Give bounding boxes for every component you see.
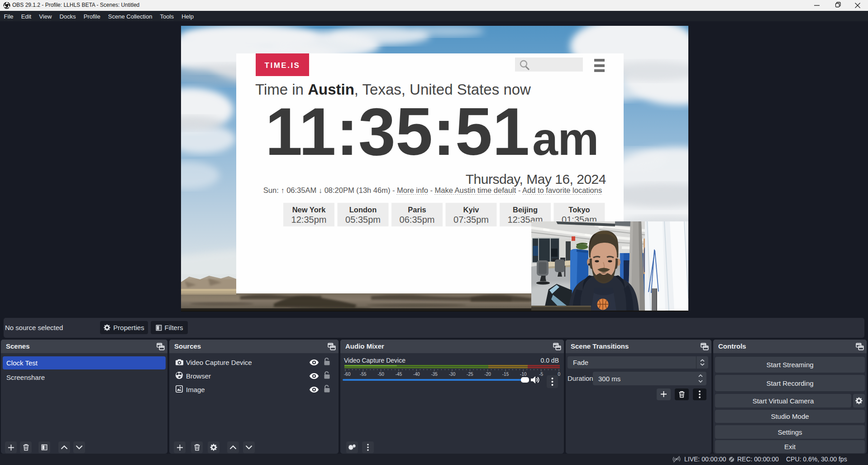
- svg-text:-45: -45: [396, 372, 402, 377]
- svg-text:Sun: ↑ 06:35AM ↓ 08:20PM (13h: Sun: ↑ 06:35AM ↓ 08:20PM (13h 46m) - Mor…: [263, 186, 602, 194]
- svg-text:Thursday, May 16, 2024: Thursday, May 16, 2024: [466, 172, 606, 187]
- svg-text:TIME.IS: TIME.IS: [265, 61, 300, 70]
- svg-text:-30: -30: [449, 372, 456, 377]
- svg-text:-55: -55: [360, 372, 367, 377]
- svg-text:-50: -50: [377, 372, 384, 377]
- svg-text:Paris: Paris: [408, 206, 426, 214]
- svg-text:07:35pm: 07:35pm: [453, 215, 489, 225]
- svg-text:-35: -35: [431, 372, 438, 377]
- svg-text:Beijing: Beijing: [513, 206, 538, 214]
- svg-text:Kyiv: Kyiv: [463, 206, 480, 214]
- svg-text:London: London: [349, 206, 377, 214]
- svg-text:-25: -25: [467, 372, 473, 377]
- svg-text:05:35pm: 05:35pm: [345, 215, 381, 225]
- svg-text:-40: -40: [413, 372, 420, 377]
- svg-text:-20: -20: [484, 372, 491, 377]
- svg-text:-10: -10: [520, 372, 527, 377]
- svg-text:0: 0: [558, 372, 560, 377]
- svg-text:12:35pm: 12:35pm: [291, 215, 327, 225]
- svg-text:06:35pm: 06:35pm: [400, 215, 435, 225]
- svg-text:-15: -15: [502, 372, 509, 377]
- svg-text:Tokyo: Tokyo: [568, 206, 590, 214]
- svg-text:-60: -60: [344, 372, 351, 377]
- svg-text:New York: New York: [292, 206, 326, 214]
